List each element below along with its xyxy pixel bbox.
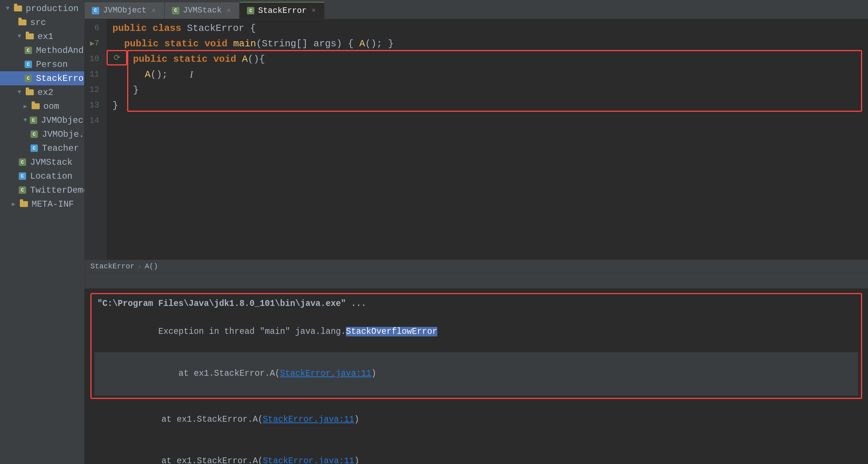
sidebar-label: TwitterDemo... [30, 185, 85, 195]
method-main: main [233, 36, 256, 51]
line-number-text: 6 [94, 21, 99, 36]
class-name: StackError [187, 21, 250, 36]
tab-label: StackError [258, 6, 306, 15]
console-content: "C:\Program Files\Java\jdk1.8.0_101\bin\… [85, 289, 868, 464]
at-prefix: at ex1.StackError.A( [141, 456, 263, 464]
call-parens: (); } [365, 36, 394, 51]
console-area: "C:\Program Files\Java\jdk1.8.0_101\bin\… [85, 273, 868, 464]
sidebar-item-teacher[interactable]: C Teacher [0, 141, 84, 155]
arrow-icon: ▼ [6, 5, 12, 12]
paren: (){ [248, 51, 265, 67]
class-icon: C [24, 74, 33, 83]
line-num-13: 13 [85, 98, 102, 113]
brace-close: } [112, 98, 118, 113]
editor-column: C JVMObject × C JVMStack × C StackError … [85, 0, 868, 464]
tab-class-icon: C [247, 7, 254, 14]
sidebar-label: production [26, 4, 79, 14]
method-A: A [242, 51, 248, 67]
arrow-icon: ▼ [18, 89, 24, 96]
class-icon: C [29, 129, 39, 139]
line-num-6: 6 [85, 21, 102, 36]
brackets: [] [296, 36, 313, 51]
line-number-text: 13 [90, 98, 99, 113]
code-lines-wrapper[interactable]: ⟳ public class StackError { public stati… [107, 19, 868, 260]
sidebar-label: src [30, 18, 46, 28]
code-line-12: } [107, 82, 868, 98]
keyword-static: static [164, 36, 204, 51]
sidebar-item-production[interactable]: ▼ production [0, 1, 84, 15]
arrow-icon: ▶ [12, 200, 18, 208]
breadcrumb-separator: › [137, 262, 142, 271]
tab-close-jvmobject[interactable]: × [150, 7, 157, 14]
sidebar-item-ex1[interactable]: ▼ ex1 [0, 29, 84, 43]
sidebar-label: Person [36, 60, 68, 69]
class-icon: C [29, 115, 38, 125]
code-lines[interactable]: public class StackError { public static … [107, 19, 868, 130]
code-line-6: public class StackError { [107, 21, 868, 36]
sidebar-item-jvmstack[interactable]: C JVMStack [0, 155, 84, 169]
folder-icon [13, 4, 23, 13]
keyword-void: void [204, 36, 233, 51]
keyword-class: class [153, 21, 187, 36]
sidebar-item-ex2[interactable]: ▼ ex2 [0, 85, 84, 99]
call-A: A [359, 36, 365, 51]
sidebar-label: ex2 [37, 88, 53, 97]
breadcrumb-class: StackError [90, 262, 134, 271]
class-icon: C [29, 143, 39, 153]
sidebar-item-location[interactable]: C Location [0, 169, 84, 183]
code-editor: 6 ▶ 7 10 11 12 13 [85, 19, 868, 273]
sidebar-item-methodand[interactable]: C MethodAnd... [0, 43, 84, 57]
breadcrumb: StackError › A() [85, 260, 868, 273]
at-suffix: ) [354, 415, 359, 424]
sidebar-item-person[interactable]: C Person [0, 57, 84, 71]
tab-jvmobject[interactable]: C JVMObject × [85, 2, 165, 19]
console-link-2[interactable]: StackError.java:11 [263, 415, 354, 424]
sidebar-item-metainf[interactable]: ▶ META-INF [0, 197, 84, 211]
exception-type: StackOverflowError [346, 327, 437, 336]
keyword-static: static [173, 51, 213, 67]
keyword-public: public [112, 21, 153, 36]
sidebar-item-jvmobje[interactable]: C JVMObje... [0, 127, 84, 141]
class-icon: C [18, 171, 27, 181]
main-area: ▼ production src ▼ ex1 C MethodAnd... C … [0, 0, 868, 464]
run-button-highlight: ⟳ [107, 50, 127, 65]
console-error-box: "C:\Program Files\Java\jdk1.8.0_101\bin\… [90, 293, 862, 399]
console-toolbar [85, 273, 868, 289]
console-link-1[interactable]: StackError.java:11 [280, 369, 371, 378]
console-line-path: "C:\Program Files\Java\jdk1.8.0_101\bin\… [97, 297, 855, 311]
sidebar-label: StackError [36, 74, 85, 83]
keyword-void: void [213, 51, 242, 67]
line-number-text: 7 [94, 36, 99, 51]
sidebar-label: Location [30, 171, 72, 181]
brace: { [250, 21, 256, 36]
console-line-at2: at ex1.StackError.A(StackError.java:11) [90, 399, 862, 441]
console-link-3[interactable]: StackError.java:11 [263, 456, 354, 464]
sidebar-item-jvmobjectja[interactable]: ▼ C JVMObject.ja... [0, 113, 84, 127]
tab-bar: C JVMObject × C JVMStack × C StackError … [85, 0, 868, 19]
sidebar-label: ex1 [37, 32, 53, 42]
sidebar-label: JVMStack [30, 157, 72, 167]
tab-stackerror[interactable]: C StackError × [240, 2, 324, 19]
class-icon: C [18, 157, 27, 167]
line-number-text: 14 [90, 113, 99, 129]
sidebar-item-oom[interactable]: ▶ oom [0, 99, 84, 113]
console-line-at3: at ex1.StackError.A(StackError.java:11) [90, 440, 862, 464]
folder-icon [19, 199, 29, 209]
code-content: 6 ▶ 7 10 11 12 13 [85, 19, 868, 260]
code-line-10: public static void A(){ [107, 51, 868, 67]
sidebar-item-src[interactable]: src [0, 15, 84, 29]
console-line-at1: at ex1.StackError.A(StackError.java:11) [94, 352, 858, 396]
tab-close-stackerror[interactable]: × [310, 7, 317, 14]
brace-close: } [133, 82, 139, 98]
folder-icon [18, 18, 27, 27]
class-icon: C [24, 46, 33, 55]
tab-jvmstack[interactable]: C JVMStack × [165, 2, 240, 19]
sidebar-item-twitterdemo[interactable]: C TwitterDemo... [0, 183, 84, 197]
param-args: args [313, 36, 336, 51]
folder-icon [25, 88, 35, 97]
at-prefix: at ex1.StackError.A( [158, 369, 280, 378]
sidebar-item-stackerror[interactable]: C StackError [0, 71, 84, 85]
at-prefix: at ex1.StackError.A( [141, 415, 263, 424]
tab-close-jvmstack[interactable]: × [225, 7, 232, 14]
breadcrumb-method: A() [145, 262, 158, 271]
